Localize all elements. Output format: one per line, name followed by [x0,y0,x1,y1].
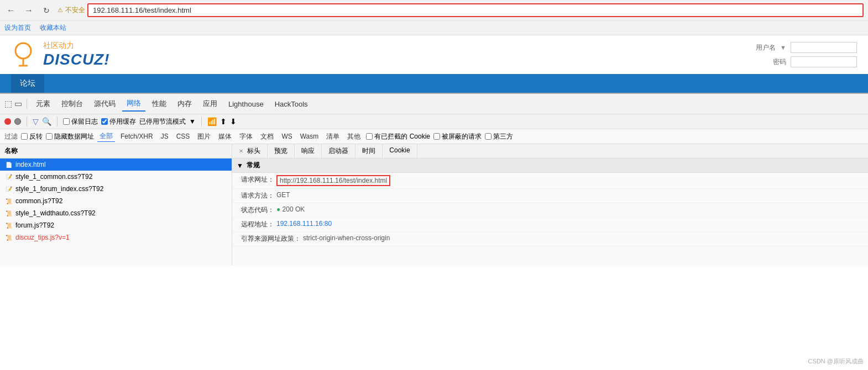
file-list: 名称 📄 index.html 📝 style_1_common.css?T92… [0,144,232,266]
device-icon[interactable]: ▭ [14,99,22,109]
detail-val-method: GET [276,191,290,199]
file-item-style-common[interactable]: 📝 style_1_common.css?T92 [0,171,232,183]
nav-link-forum[interactable]: 论坛 [11,74,44,93]
filter-js-btn[interactable]: JS [159,132,171,141]
file-name-common-js: common.js?T92 [15,197,227,205]
tab-sources[interactable]: 源代码 [90,97,120,111]
invert-input[interactable] [21,133,28,140]
file-item-common-js[interactable]: 📜 common.js?T92 [0,195,232,207]
username-row: 用户名 ▼ [756,42,857,53]
forward-button[interactable]: → [22,4,35,17]
filter-other-btn[interactable]: 其他 [345,131,363,142]
bookmark-collect[interactable]: 收藏本站 [40,23,66,33]
detail-tab-preview-label: 预览 [274,147,287,155]
record-button[interactable] [4,118,11,125]
browser-toolbar: ← → ↻ ⚠ 不安全 [0,0,868,20]
password-label: 密码 [773,57,786,67]
download-icon: ⬇ [230,117,237,126]
file-item-discuz-tips[interactable]: 📜 discuz_tips.js?v=1 [0,231,232,244]
inspect-icon[interactable]: ⬚ [4,99,12,109]
filter-manifest-btn[interactable]: 清单 [324,131,342,142]
username-input[interactable] [791,42,857,53]
network-filter2: 过滤 反转 隐藏数据网址 全部 Fetch/XHR JS CSS 图片 媒体 字… [0,129,868,144]
disable-cache-checkbox[interactable]: 停用缓存 [101,117,136,126]
username-dropdown-icon: ▼ [780,44,786,51]
wifi-icon: 📶 [207,117,217,126]
file-icon-common-js: 📜 [4,197,13,205]
discuz-header: 社区动力 DISCUZ! 用户名 ▼ 密码 [0,35,868,74]
nav-bar: 论坛 [0,74,868,93]
file-icon-style-common: 📝 [4,172,13,181]
detail-tab-initiator[interactable]: 启动器 [322,144,355,158]
address-bar[interactable] [87,3,864,17]
blocked-requests-input[interactable] [433,133,440,140]
filter-media-btn[interactable]: 媒体 [216,131,234,142]
detail-tab-cookie-label: Cookie [389,146,410,154]
hide-data-urls-label: 隐藏数据网址 [54,132,94,141]
third-party-label: 第三方 [493,132,513,141]
tab-hacktools[interactable]: HackTools [270,98,312,110]
bookmark-home[interactable]: 设为首页 [4,23,31,33]
throttle-dropdown-icon[interactable]: ▼ [189,118,196,125]
filter-doc-btn[interactable]: 文档 [258,131,276,142]
general-section-header[interactable]: ▼ 常规 [232,158,868,173]
file-item-index[interactable]: 📄 index.html [0,158,232,171]
detail-tab-response[interactable]: 响应 [295,144,322,158]
tab-console[interactable]: 控制台 [57,97,87,111]
disable-cache-label: 停用缓存 [109,117,136,126]
filter-img-btn[interactable]: 图片 [195,131,213,142]
detail-tab-preview[interactable]: 预览 [268,144,295,158]
back-button[interactable]: ← [4,4,18,17]
file-name-discuz-tips: discuz_tips.js?v=1 [15,234,227,241]
reload-button[interactable]: ↻ [40,4,53,17]
filter-all-btn[interactable]: 全部 [97,131,115,142]
detail-tab-cookie[interactable]: Cookie [383,144,417,158]
tab-elements[interactable]: 元素 [32,97,55,111]
file-item-style-width[interactable]: 📜 style_1_widthauto.css?T92 [0,207,232,219]
tab-application[interactable]: 应用 [198,97,222,111]
search-icon[interactable]: 🔍 [42,117,51,126]
preserve-log-checkbox[interactable]: 保留日志 [63,117,98,126]
close-detail-icon[interactable]: ✕ [239,148,243,154]
stop-button[interactable] [14,118,21,125]
tab-performance[interactable]: 性能 [148,97,171,111]
cookie-blocked-checkbox[interactable]: 有已拦截的 Cookie [366,132,430,141]
detail-tab-timing[interactable]: 时间 [355,144,383,158]
detail-tab-headers-label: 标头 [247,147,260,155]
page-content: 社区动力 DISCUZ! 用户名 ▼ 密码 论坛 [0,35,868,93]
devtools-main: 名称 📄 index.html 📝 style_1_common.css?T92… [0,144,868,266]
detail-key-referrer: 引荐来源网址政策： [241,234,301,244]
invert-checkbox[interactable]: 反转 [21,132,43,141]
detail-key-remote: 远程地址： [241,220,274,229]
file-item-forum-js[interactable]: 📜 forum.js?T92 [0,219,232,231]
cookie-blocked-input[interactable] [366,133,373,140]
bookmarks-bar: 设为首页 收藏本站 [0,20,868,35]
tab-lighthouse[interactable]: Lighthouse [224,98,268,110]
tab-memory[interactable]: 内存 [173,97,196,111]
preserve-log-label: 保留日志 [71,117,98,126]
filter-icon[interactable]: ▽ [33,117,39,126]
preserve-log-input[interactable] [63,118,70,125]
detail-tab-response-label: 响应 [301,147,315,155]
disable-cache-input[interactable] [101,118,108,125]
blocked-requests-checkbox[interactable]: 被屏蔽的请求 [433,132,482,141]
detail-tab-headers[interactable]: ✕ 标头 [232,144,268,158]
hide-data-urls-input[interactable] [46,133,53,140]
blocked-requests-label: 被屏蔽的请求 [442,132,482,141]
filter-css-btn[interactable]: CSS [174,132,192,141]
tab-network[interactable]: 网络 [122,96,145,112]
filter-ws-btn[interactable]: WS [279,132,294,141]
third-party-input[interactable] [485,133,491,140]
nav-item-forum[interactable]: 论坛 [11,74,44,93]
filter-fetch-xhr-btn[interactable]: Fetch/XHR [118,132,155,141]
discuz-logo-area: 社区动力 DISCUZ! [11,41,110,68]
filter-wasm-btn[interactable]: Wasm [298,132,321,141]
third-party-checkbox[interactable]: 第三方 [485,132,513,141]
filter-font-btn[interactable]: 字体 [237,131,255,142]
hide-data-urls-checkbox[interactable]: 隐藏数据网址 [46,132,94,141]
detail-tabs: ✕ 标头 预览 响应 启动器 时间 Cookie [232,144,868,158]
general-section-title: 常规 [247,161,260,170]
file-item-style-forum[interactable]: 📝 style_1_forum_index.css?T92 [0,183,232,195]
detail-row-method: 请求方法： GET [232,189,868,203]
password-input[interactable] [791,56,857,67]
